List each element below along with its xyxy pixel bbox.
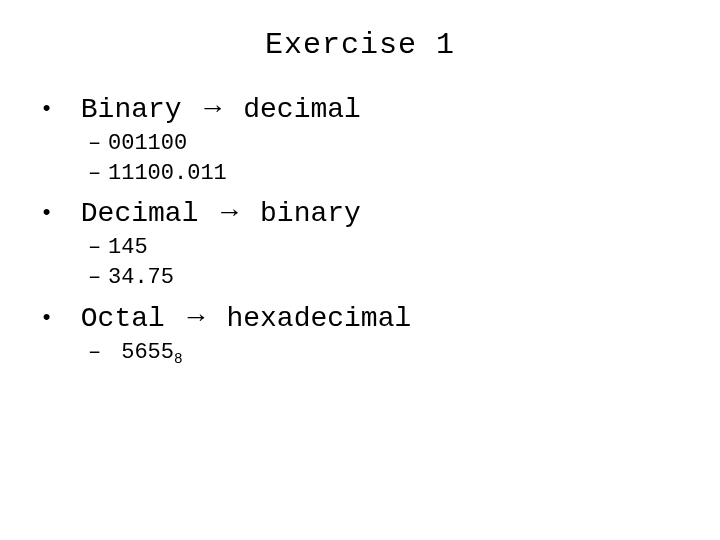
list-item: 145 xyxy=(88,233,680,263)
sub-list: 145 34.75 xyxy=(40,233,680,292)
list-item-text: 001100 xyxy=(108,131,187,156)
arrow-icon: → xyxy=(215,196,243,227)
slide-title: Exercise 1 xyxy=(40,28,680,62)
section-binary-decimal: Binary → decimal 001100 11100.011 xyxy=(40,90,680,188)
section-heading-post: hexadecimal xyxy=(210,303,412,334)
section-heading-pre: Binary xyxy=(81,94,199,125)
slide: Exercise 1 Binary → decimal 001100 11100… xyxy=(0,0,720,540)
list-item-text: 5655 xyxy=(121,340,174,365)
list-item: 11100.011 xyxy=(88,159,680,189)
section-heading-pre: Octal xyxy=(81,303,182,334)
arrow-icon: → xyxy=(198,92,226,123)
sub-list: 56558 xyxy=(40,338,680,369)
list-item-text: 145 xyxy=(108,235,148,260)
subscript: 8 xyxy=(174,351,183,367)
list-item-text: 34.75 xyxy=(108,265,174,290)
list-item-text: 11100.011 xyxy=(108,161,227,186)
list-item: 56558 xyxy=(88,338,680,369)
section-heading-pre: Decimal xyxy=(81,198,215,229)
section-heading-post: decimal xyxy=(226,94,360,125)
bullet-list: Binary → decimal 001100 11100.011 Decima… xyxy=(40,90,680,369)
section-octal-hex: Octal → hexadecimal 56558 xyxy=(40,299,680,369)
arrow-icon: → xyxy=(182,301,210,332)
section-heading-post: binary xyxy=(243,198,361,229)
sub-list: 001100 11100.011 xyxy=(40,129,680,188)
list-item: 001100 xyxy=(88,129,680,159)
list-item: 34.75 xyxy=(88,263,680,293)
section-decimal-binary: Decimal → binary 145 34.75 xyxy=(40,194,680,292)
